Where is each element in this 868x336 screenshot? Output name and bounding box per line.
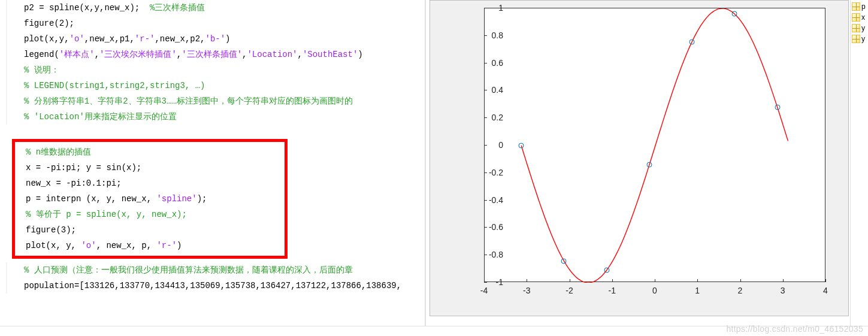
code-line[interactable]: p2 = spline(x,y,new_x); %三次样条插值	[6, 0, 425, 16]
code-comment: % 说明：	[24, 65, 59, 75]
x-tick-label: 3	[781, 286, 785, 295]
code-editor-pane[interactable]: p2 = spline(x,y,new_x); %三次样条插值figure(2)…	[0, 0, 425, 326]
highlighted-code-block: % n维数据的插值x = -pi:pi; y = sin(x);new_x = …	[12, 139, 288, 259]
code-text: new_x = -pi:0.1:pi;	[26, 178, 122, 188]
workspace-variable-row[interactable]: p	[851, 1, 868, 12]
y-tick-mark	[484, 35, 487, 36]
scatter-marker	[604, 268, 609, 273]
code-line[interactable]: % n维数据的插值	[15, 144, 285, 160]
figure-window[interactable]: -1-0.8-0.6-0.4-0.200.20.40.60.81 -4-3-2-…	[430, 0, 849, 316]
code-comment: % 'Location'用来指定标注显示的位置	[24, 112, 177, 122]
workspace-variable-row[interactable]: x	[851, 12, 868, 23]
variable-name: p	[861, 2, 866, 11]
variable-name: x	[861, 13, 865, 22]
code-text: ,	[95, 50, 99, 59]
x-tick-mark	[484, 279, 485, 282]
code-line[interactable]: plot(x, y, 'o', new_x, p, 'r-')	[15, 238, 285, 253]
code-line[interactable]: % 人口预测（注意：一般我们很少使用插值算法来预测数据，随着课程的深入，后面的章	[6, 262, 425, 278]
x-tick-mark	[570, 279, 570, 282]
scatter-marker	[519, 143, 524, 149]
scatter-marker	[561, 258, 567, 264]
code-string: 'spline'	[156, 194, 196, 204]
code-comment: %三次样条插值	[150, 3, 205, 13]
code-string: 'o'	[81, 241, 96, 250]
variable-icon	[852, 13, 860, 22]
code-string: 'Location'	[247, 50, 297, 59]
x-tick-mark	[697, 279, 698, 282]
code-text: plot(x, y,	[26, 241, 81, 250]
y-tick-mark	[484, 117, 487, 118]
x-tick-label: 4	[823, 286, 828, 295]
code-line[interactable]: x = -pi:pi; y = sin(x);	[15, 160, 285, 175]
y-tick-label: 0.6	[455, 58, 503, 68]
x-tick-mark	[655, 279, 655, 282]
code-text: ,	[177, 50, 182, 59]
code-text: p = interpn (x, y, new_x,	[26, 194, 156, 204]
code-string: 'r-'	[135, 34, 155, 44]
code-line[interactable]: new_x = -pi:0.1:pi;	[15, 175, 285, 191]
variable-name: y	[861, 24, 865, 32]
code-line[interactable]: figure(2);	[6, 16, 425, 31]
code-string: 'b-'	[205, 34, 225, 44]
scatter-marker	[775, 105, 780, 110]
variable-icon	[852, 35, 860, 43]
code-line[interactable]: % 'Location'用来指定标注显示的位置	[6, 109, 425, 125]
code-line[interactable]: legend('样本点','三次埃尔米特插值','三次样条插值','Locati…	[6, 47, 425, 62]
x-tick-label: -3	[523, 286, 530, 295]
code-string: 'r-'	[156, 241, 177, 250]
code-text: ,new_x,p2,	[155, 34, 205, 44]
figure-pane: -1-0.8-0.6-0.4-0.200.20.40.60.81 -4-3-2-…	[425, 0, 850, 336]
code-string: 'o'	[69, 34, 84, 44]
x-tick-mark	[740, 279, 741, 282]
code-comment: % 分别将字符串1、字符串2、字符串3……标注到图中，每个字符串对应的图标为画图…	[24, 96, 353, 106]
y-tick-label: -0.6	[455, 222, 503, 232]
y-tick-label: -1	[455, 277, 503, 287]
y-tick-mark	[484, 145, 487, 146]
code-string: '样本点'	[59, 50, 95, 59]
chart-axes[interactable]	[484, 8, 825, 282]
code-comment: % LEGEND(string1,string2,string3, …)	[24, 81, 205, 90]
y-tick-mark	[484, 255, 487, 255]
scatter-marker	[732, 11, 737, 17]
y-tick-mark	[484, 200, 487, 201]
y-tick-label: 0.8	[455, 31, 503, 40]
code-line[interactable]: p = interpn (x, y, new_x, 'spline');	[15, 191, 285, 207]
code-comment: % 人口预测（注意：一般我们很少使用插值算法来预测数据，随着课程的深入，后面的章	[24, 265, 353, 275]
code-string: '三次样条插值'	[182, 50, 242, 59]
scatter-marker	[646, 162, 652, 168]
code-text: p2 = spline(x,y,new_x);	[24, 3, 150, 13]
code-text: );	[197, 194, 207, 204]
code-text: )	[225, 34, 230, 44]
workspace-panel[interactable]: pxyy	[850, 0, 868, 336]
code-string: '三次埃尔米特插值'	[99, 50, 177, 59]
workspace-variable-row[interactable]: y	[851, 23, 868, 34]
y-tick-mark	[484, 63, 487, 63]
scatter-marker	[689, 39, 695, 44]
x-tick-label: -1	[609, 286, 616, 295]
code-line[interactable]: figure(3);	[15, 222, 285, 238]
code-line[interactable]: % 说明：	[6, 62, 425, 78]
code-line[interactable]: plot(x,y,'o',new_x,p1,'r-',new_x,p2,'b-'…	[6, 31, 425, 47]
code-text: )	[177, 241, 182, 250]
y-tick-label: -0.8	[455, 250, 503, 259]
x-tick-mark	[612, 279, 613, 282]
code-line[interactable]: % 分别将字符串1、字符串2、字符串3……标注到图中，每个字符串对应的图标为画图…	[6, 93, 425, 109]
code-text: legend(	[24, 50, 59, 59]
x-tick-mark	[783, 279, 784, 282]
y-tick-mark	[484, 282, 487, 283]
code-line[interactable]: % LEGEND(string1,string2,string3, …)	[6, 78, 425, 93]
y-tick-label: -0.2	[455, 168, 503, 177]
x-tick-label: -4	[480, 286, 488, 295]
code-text: population=[133126,133770,134413,135069,…	[24, 281, 401, 290]
x-tick-label: 0	[652, 286, 657, 295]
variable-name: y	[861, 35, 865, 43]
y-tick-mark	[484, 8, 487, 8]
code-comment: % n维数据的插值	[26, 147, 91, 157]
code-text: ,	[297, 50, 302, 59]
workspace-variable-row[interactable]: y	[851, 34, 868, 44]
code-line[interactable]: % 等价于 p = spline(x, y, new_x);	[15, 207, 285, 222]
code-line[interactable]: population=[133126,133770,134413,135069,…	[6, 278, 425, 293]
code-text: ,new_x,p1,	[84, 34, 135, 44]
y-tick-label: 0.4	[455, 85, 503, 95]
watermark-text: https://blog.csdn.net/m0_46152035	[726, 324, 863, 334]
